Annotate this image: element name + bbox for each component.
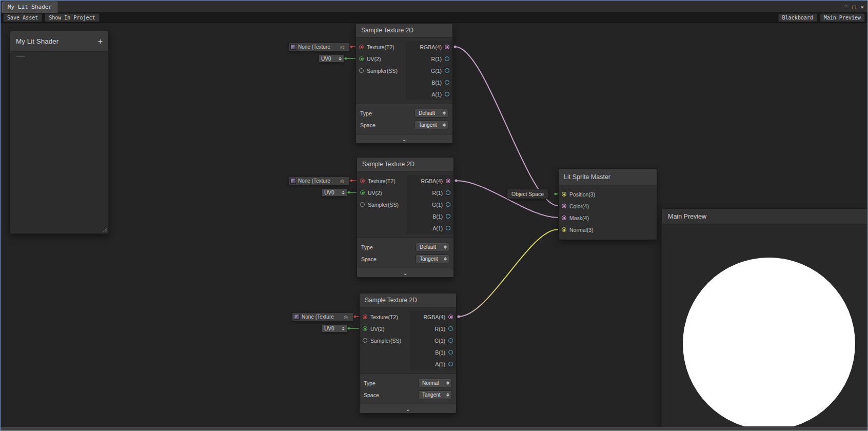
object-picker-icon[interactable]: ◎: [340, 45, 344, 50]
menu-icon[interactable]: ≡: [844, 4, 848, 10]
g-output-port[interactable]: [445, 68, 449, 73]
chevron-down-icon: ⌄: [402, 136, 406, 142]
node-title[interactable]: Lit Sprite Master: [559, 169, 657, 185]
maximize-icon[interactable]: □: [853, 4, 856, 10]
uv-channel-dropdown-2[interactable]: UV0: [322, 188, 347, 197]
port-label: RGBA(4): [420, 44, 442, 50]
uv-channel-value: UV0: [321, 56, 331, 62]
blackboard-toggle-button[interactable]: Blackboard: [778, 13, 817, 22]
port-label: Sampler(SS): [370, 338, 401, 344]
texture-object-field-1[interactable]: None (Texture ◎: [288, 43, 350, 51]
type-dropdown[interactable]: Default: [415, 109, 448, 117]
uv-input-port[interactable]: [360, 190, 365, 195]
blackboard-title: My Lit Shader: [16, 37, 58, 45]
port-label: Color(4): [569, 203, 589, 209]
position-input-port[interactable]: [562, 192, 566, 197]
uv-input-port[interactable]: [359, 56, 364, 61]
show-in-project-button[interactable]: Show In Project: [45, 13, 99, 22]
uv-channel-dropdown-3[interactable]: UV0: [322, 324, 347, 332]
port-label: UV(2): [367, 56, 381, 62]
add-property-button[interactable]: +: [98, 37, 103, 46]
texture-field-value: None (Texture: [298, 178, 338, 184]
collapse-button[interactable]: ⌄: [356, 134, 452, 143]
sampler-input-port[interactable]: [359, 68, 364, 73]
space-dropdown[interactable]: Tangent: [416, 254, 449, 263]
b-output-port[interactable]: [446, 214, 450, 219]
node-body: Texture(T2) UV(2) Sampler(SS) RGBA(4) R(…: [357, 171, 453, 238]
save-asset-button[interactable]: Save Asset: [3, 13, 42, 22]
object-space-chip[interactable]: Object Space: [507, 189, 548, 199]
a-output-port[interactable]: [445, 92, 449, 96]
edge-node2-rgba-to-mask[interactable]: [456, 181, 558, 218]
blackboard-subtitle-line: [16, 56, 25, 57]
space-dropdown[interactable]: Tangent: [418, 390, 452, 399]
main-preview-toggle-button[interactable]: Main Preview: [820, 13, 865, 22]
close-icon[interactable]: ✕: [860, 4, 864, 10]
port-label: R(1): [432, 190, 443, 196]
window-tab[interactable]: My Lit Shader: [2, 2, 57, 13]
b-output-port[interactable]: [448, 350, 453, 355]
main-preview-panel[interactable]: Main Preview: [661, 208, 867, 427]
texture-field-value: None (Texture: [302, 314, 342, 320]
sample-texture-2d-node-2[interactable]: Sample Texture 2D Texture(T2) UV(2) Samp…: [357, 157, 454, 278]
node-title[interactable]: Sample Texture 2D: [356, 24, 452, 37]
node-title[interactable]: Sample Texture 2D: [357, 158, 453, 171]
a-output-port[interactable]: [446, 226, 450, 230]
texture-input-port[interactable]: [363, 315, 367, 319]
normal-input-port[interactable]: [562, 227, 566, 232]
control-label: Type: [364, 380, 376, 386]
edge-dot: [453, 45, 456, 48]
space-dropdown[interactable]: Tangent: [415, 121, 448, 129]
uv-channel-dropdown-1[interactable]: UV0: [319, 54, 344, 63]
port-label: UV(2): [368, 190, 382, 196]
sample-texture-2d-node-3[interactable]: Sample Texture 2D Texture(T2) UV(2) Samp…: [359, 293, 457, 414]
mask-input-port[interactable]: [562, 215, 566, 220]
object-space-label: Object Space: [511, 191, 544, 197]
edge-node3-rgba-to-normal[interactable]: [459, 229, 558, 317]
shader-graph-window: My Lit Shader ≡ □ ✕ Save Asset Show In P…: [0, 0, 868, 431]
g-output-port[interactable]: [446, 202, 450, 207]
b-output-port[interactable]: [445, 80, 449, 85]
dropdown-arrows-icon: [444, 257, 447, 261]
object-picker-icon[interactable]: ◎: [340, 179, 344, 184]
edge-dot: [345, 57, 347, 60]
g-output-port[interactable]: [448, 338, 453, 343]
edge-dot: [457, 315, 460, 318]
rgba-output-port[interactable]: [446, 179, 450, 183]
texture-field-value: None (Texture: [298, 44, 338, 50]
r-output-port[interactable]: [446, 190, 450, 195]
sample-texture-2d-node-1[interactable]: Sample Texture 2D Texture(T2) UV(2) Samp…: [356, 23, 453, 144]
port-label: R(1): [435, 326, 445, 332]
main-preview-title[interactable]: Main Preview: [662, 209, 867, 224]
type-dropdown[interactable]: Default: [416, 243, 449, 251]
port-label: Sampler(SS): [368, 202, 399, 208]
resize-grip-icon[interactable]: [102, 227, 107, 232]
preview-sphere: [683, 258, 855, 426]
sampler-input-port[interactable]: [363, 338, 367, 343]
blackboard-panel[interactable]: My Lit Shader +: [10, 31, 109, 234]
texture-input-port[interactable]: [359, 45, 364, 49]
texture-object-field-2[interactable]: None (Texture ◎: [288, 177, 350, 185]
rgba-output-port[interactable]: [448, 315, 453, 319]
node-title[interactable]: Sample Texture 2D: [360, 293, 456, 307]
object-picker-icon[interactable]: ◎: [344, 315, 348, 320]
collapse-button[interactable]: ⌄: [360, 404, 456, 413]
texture-object-field-3[interactable]: None (Texture ◎: [292, 312, 353, 321]
texture-input-port[interactable]: [360, 179, 365, 183]
rgba-output-port[interactable]: [445, 45, 449, 49]
r-output-port[interactable]: [445, 56, 449, 61]
edge-dot: [348, 191, 350, 193]
r-output-port[interactable]: [448, 326, 453, 331]
color-input-port[interactable]: [562, 204, 566, 208]
blackboard-header[interactable]: My Lit Shader +: [10, 31, 108, 52]
collapse-button[interactable]: ⌄: [357, 268, 453, 277]
lit-sprite-master-node[interactable]: Lit Sprite Master Position(3) Color(4) M…: [558, 168, 657, 240]
type-dropdown[interactable]: Normal: [418, 379, 452, 387]
main-preview-viewport[interactable]: [662, 224, 867, 426]
texture-thumbnail-icon: [294, 314, 300, 320]
uv-input-port[interactable]: [363, 326, 367, 331]
a-output-port[interactable]: [448, 362, 453, 366]
sampler-input-port[interactable]: [360, 202, 365, 207]
edge-node1-rgba-to-color[interactable]: [455, 47, 558, 206]
port-label: B(1): [431, 80, 442, 86]
